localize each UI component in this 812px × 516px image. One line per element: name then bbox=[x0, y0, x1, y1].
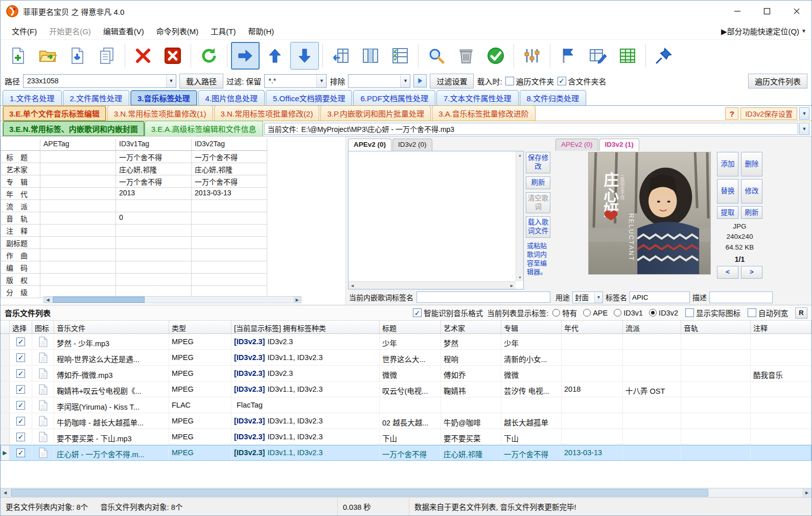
tag-cell-id3v1[interactable] bbox=[116, 237, 192, 249]
subtab-overflow-button[interactable]: ▼ bbox=[799, 123, 809, 135]
tag-cell-id3v1[interactable] bbox=[116, 274, 192, 286]
minimize-button[interactable] bbox=[723, 1, 752, 22]
lyrics-tab[interactable]: APEv2 (0) bbox=[348, 139, 391, 151]
scroll-right-icon[interactable]: ▶ bbox=[293, 297, 301, 303]
cover-tab[interactable]: ID3v2 (1) bbox=[599, 139, 639, 151]
tag-cell-ape[interactable] bbox=[40, 163, 116, 175]
refresh-lyrics-button[interactable]: 刷新 bbox=[526, 176, 550, 189]
table-row[interactable]: ▶ ✓ 傅如乔-微微.mp3 MPEG [ID3v2.3]ID3v2.3 微微 … bbox=[1, 366, 811, 382]
layout-columns-button[interactable] bbox=[356, 42, 385, 70]
tag-cell-id3v2[interactable] bbox=[192, 249, 267, 261]
column-header[interactable]: 年代 bbox=[562, 321, 623, 333]
display-tag-radio[interactable]: ID3v2 bbox=[649, 307, 678, 318]
filter-combo[interactable]: *.*▼ bbox=[264, 74, 327, 88]
column-header[interactable]: 艺术家 bbox=[441, 321, 501, 333]
tag-cell-id3v2[interactable]: 庄心妍,祁隆 bbox=[192, 163, 267, 175]
tag-row[interactable]: 标 题 一万个舍不得 一万个舍不得 bbox=[1, 151, 345, 163]
cover-desc-input[interactable] bbox=[709, 291, 773, 303]
tab-overflow-button[interactable]: ▼ bbox=[799, 107, 809, 120]
column-header[interactable]: APETag bbox=[40, 139, 116, 151]
menu-item[interactable]: 帮助(H) bbox=[242, 25, 280, 38]
main-tab[interactable]: 5.Office文档摘要处理 bbox=[266, 90, 352, 105]
tag-cell-id3v1[interactable] bbox=[116, 200, 192, 212]
tag-row[interactable]: 年 代 2013 2013-03-13 bbox=[1, 188, 345, 200]
r-button[interactable]: R bbox=[795, 307, 807, 319]
tag-cell-id3v1[interactable]: 一万个舍不得 bbox=[116, 151, 192, 163]
load-lyrics-file-button[interactable]: 载入歌词文件 bbox=[526, 216, 550, 238]
id3v2-save-settings-button[interactable]: ID3v2保存设置 bbox=[740, 107, 797, 120]
refresh-cover-button[interactable]: 刷新 bbox=[741, 206, 762, 219]
tag-cell-ape[interactable] bbox=[40, 151, 116, 163]
path-combo[interactable]: 233x1058▼ bbox=[23, 74, 176, 88]
row-checkbox[interactable]: ✓ bbox=[16, 401, 25, 410]
tag-row[interactable]: 编 码 bbox=[1, 261, 345, 274]
tag-table-hscrollbar[interactable]: ◀ ▶ bbox=[43, 296, 301, 303]
sub-tab[interactable]: 3.E.N.常用标签、内嵌歌词和内嵌封面 bbox=[3, 121, 145, 136]
send-right-button[interactable] bbox=[231, 42, 260, 70]
row-checkbox[interactable]: ✓ bbox=[16, 417, 25, 425]
tag-cell-id3v1[interactable]: 0 bbox=[116, 212, 192, 225]
menu-item[interactable]: 命令列表(M) bbox=[150, 25, 205, 38]
tag-cell-id3v2[interactable]: 一万个舍不得 bbox=[192, 175, 267, 188]
lyrics-hscrollbar[interactable]: ◀▶ bbox=[349, 281, 516, 289]
sub-tab[interactable]: 3.E.A.高级标签编辑和文件信息 bbox=[145, 121, 263, 136]
column-header[interactable]: [当前显示标签] 拥有标签种类 bbox=[231, 321, 380, 333]
scroll-left-icon[interactable]: ◀ bbox=[1, 488, 10, 497]
modify-cover-button[interactable]: 修改 bbox=[741, 179, 762, 204]
table-row[interactable]: ▶ ✓ 要不要买菜 - 下山.mp3 MPEG [ID3v2.3]ID3v1.1… bbox=[1, 429, 811, 445]
quick-locate-menu[interactable]: ▶部分功能快速定位(Q)▼ bbox=[721, 26, 806, 36]
menu-item[interactable]: 工具(T) bbox=[204, 25, 242, 38]
tag-cell-ape[interactable] bbox=[40, 261, 116, 274]
maximize-button[interactable] bbox=[752, 1, 782, 22]
smart-format-checkbox[interactable]: ✓ 智能识别音乐格式 bbox=[413, 307, 483, 318]
scroll-right-icon[interactable]: ▶ bbox=[802, 488, 811, 497]
row-checkbox[interactable]: ✓ bbox=[16, 353, 25, 362]
delete-all-button[interactable] bbox=[158, 42, 187, 70]
scroll-left-icon[interactable]: ◀ bbox=[44, 297, 52, 303]
traverse-folder-checkbox[interactable]: 遍历文件夹 bbox=[505, 76, 554, 86]
tag-row[interactable]: 作 曲 bbox=[1, 249, 345, 261]
tag-cell-ape[interactable] bbox=[40, 212, 116, 225]
display-tag-radio[interactable]: APE bbox=[583, 307, 608, 318]
clear-filter-button[interactable] bbox=[452, 42, 480, 70]
row-checkbox[interactable]: ✓ bbox=[16, 369, 25, 378]
open-folder-button[interactable] bbox=[33, 42, 62, 70]
tag-cell-ape[interactable] bbox=[40, 274, 116, 286]
tag-cell-id3v1[interactable] bbox=[116, 225, 192, 237]
lyrics-tab[interactable]: ID3v2 (0) bbox=[392, 139, 432, 151]
refresh-button[interactable] bbox=[195, 42, 223, 70]
flag-button[interactable] bbox=[554, 42, 583, 70]
send-up-button[interactable] bbox=[261, 42, 289, 70]
tag-row[interactable]: 副标题 bbox=[1, 237, 345, 249]
main-tab[interactable]: 3.音乐标签处理 bbox=[130, 90, 197, 105]
music-tab[interactable]: 3.A.音乐标签批量修改进阶 bbox=[432, 105, 536, 121]
tag-row[interactable]: 音 轨 0 bbox=[1, 212, 345, 225]
row-checkbox[interactable]: ✓ bbox=[16, 433, 25, 441]
tag-cell-id3v2[interactable] bbox=[192, 225, 267, 237]
display-tag-radio[interactable]: ID3v1 bbox=[614, 307, 643, 318]
scrollbar-thumb[interactable] bbox=[11, 489, 708, 497]
column-header[interactable]: 音轨 bbox=[681, 321, 751, 333]
send-down-button[interactable] bbox=[290, 42, 319, 70]
remove-cover-button[interactable]: 删除 bbox=[741, 152, 762, 176]
tag-cell-id3v1[interactable]: 庄心妍,祁隆 bbox=[116, 163, 192, 175]
lyrics-editor[interactable]: ▲▼ ◀▶ bbox=[348, 151, 524, 289]
column-header[interactable]: 类型 bbox=[169, 321, 231, 333]
music-tab[interactable]: 3.N.常用标签项批量修改(1) bbox=[107, 105, 213, 121]
close-button[interactable] bbox=[782, 1, 811, 22]
column-header[interactable]: 选择 bbox=[10, 321, 32, 333]
menu-item[interactable]: 编辑查看(V) bbox=[97, 25, 150, 38]
tag-cell-id3v2[interactable] bbox=[192, 261, 267, 274]
table-row[interactable]: ▶ ✓ 鞠婧祎+叹云兮电视剧《... MPEG [ID3v2.3]ID3v1.1… bbox=[1, 382, 811, 397]
main-tab[interactable]: 7.文本文件属性处理 bbox=[436, 90, 519, 105]
main-tab[interactable]: 2.文件属性处理 bbox=[63, 90, 130, 105]
tag-row[interactable]: 艺术家 庄心妍,祁隆 庄心妍,祁隆 bbox=[1, 163, 345, 175]
lyrics-tagname-input[interactable] bbox=[416, 291, 550, 303]
apply-button[interactable] bbox=[481, 42, 510, 70]
tag-cell-ape[interactable] bbox=[40, 200, 116, 212]
row-checkbox[interactable]: ✓ bbox=[16, 385, 25, 394]
replace-cover-button[interactable]: 替换 bbox=[717, 179, 738, 204]
layout-checklist-button[interactable] bbox=[386, 42, 414, 70]
music-tab[interactable]: 3.P.内嵌歌词和图片批量处理 bbox=[320, 105, 431, 121]
new-file-button[interactable] bbox=[4, 42, 32, 70]
